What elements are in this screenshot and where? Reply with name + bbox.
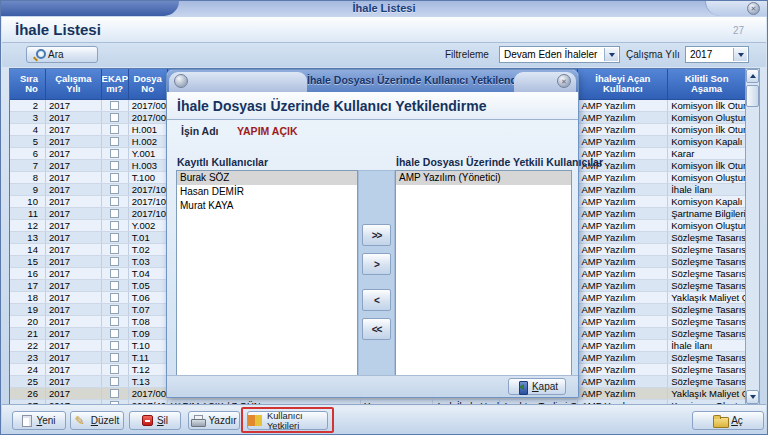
- ekap-checkbox[interactable]: [110, 269, 119, 278]
- ekap-checkbox[interactable]: [110, 173, 119, 182]
- cell-yil: 2017: [46, 364, 102, 375]
- move-all-right-button[interactable]: >>: [362, 224, 391, 246]
- pencil-icon: ✎: [75, 415, 87, 427]
- year-select[interactable]: 2017: [685, 46, 749, 63]
- ekap-checkbox-cell: [102, 352, 129, 363]
- filter-label: Filtreleme: [445, 49, 489, 60]
- scrollbar-thumb[interactable]: [746, 85, 759, 107]
- registered-users-listbox[interactable]: Burak SÖZHasan DEMİRMurat KAYA: [176, 170, 358, 377]
- cell-yil: 2017: [46, 136, 102, 147]
- cell-asama: Sözleşme Tasarısı: [668, 376, 745, 387]
- cell-asama: Komisyon İlk Oturumu: [668, 100, 745, 111]
- ekap-checkbox[interactable]: [110, 185, 119, 194]
- cell-asama: Komisyon Oluşturulması: [668, 172, 745, 183]
- ekap-checkbox[interactable]: [110, 329, 119, 338]
- window-close-button[interactable]: ✕: [747, 2, 760, 15]
- cell-yil: 2017: [46, 172, 102, 183]
- cell-dosya: T.13: [129, 376, 168, 387]
- ekap-checkbox-cell: [102, 124, 129, 135]
- ekap-checkbox[interactable]: [110, 197, 119, 206]
- ekap-checkbox[interactable]: [110, 113, 119, 122]
- cell-sira: 7: [10, 160, 46, 171]
- ekap-checkbox[interactable]: [110, 317, 119, 326]
- authorized-users-listbox[interactable]: AMP Yazılım (Yönetici): [395, 170, 572, 377]
- ekap-checkbox[interactable]: [110, 341, 119, 350]
- ekap-checkbox[interactable]: [110, 137, 119, 146]
- column-header-sira-no[interactable]: Sıra No: [10, 69, 46, 99]
- print-button[interactable]: Yazdır: [188, 411, 240, 430]
- move-left-button[interactable]: <: [362, 289, 391, 311]
- bottom-toolbar: Yeni ✎ Düzelt Sil Yazdır Kullanıcı Yetki…: [2, 404, 766, 433]
- cell-dosya: 2017/102: [129, 208, 168, 219]
- ekap-checkbox[interactable]: [110, 221, 119, 230]
- cell-yil: 2017: [46, 280, 102, 291]
- cell-asama: İhale İlanı: [668, 184, 745, 195]
- cell-acan: AMP Yazılım: [578, 304, 668, 315]
- ekap-checkbox[interactable]: [110, 257, 119, 266]
- scroll-down-icon[interactable]: [746, 390, 759, 404]
- cell-asama: Şartname Bilgileri: [668, 208, 745, 219]
- cell-dosya: 2017/001: [129, 388, 168, 399]
- scroll-up-icon[interactable]: [746, 69, 759, 83]
- table-vertical-scrollbar[interactable]: [745, 68, 760, 405]
- filter-select[interactable]: Devam Eden İhaleler: [499, 46, 620, 63]
- close-dialog-label: Kapat: [532, 381, 558, 392]
- cell-sira: 13: [10, 232, 46, 243]
- column-header-dosya-no[interactable]: Dosya No: [129, 69, 168, 99]
- cell-dosya: H.003: [129, 160, 168, 171]
- chevron-down-icon[interactable]: [733, 48, 747, 61]
- ekap-checkbox[interactable]: [110, 377, 119, 386]
- ekap-checkbox[interactable]: [110, 209, 119, 218]
- ekap-checkbox[interactable]: [110, 101, 119, 110]
- ekap-checkbox[interactable]: [110, 389, 119, 398]
- open-button[interactable]: Aç: [692, 411, 764, 430]
- cell-sira: 14: [10, 244, 46, 255]
- ekap-checkbox[interactable]: [110, 125, 119, 134]
- column-header-acan-kullanici[interactable]: İhaleyi Açan Kullanıcı: [578, 69, 668, 99]
- dialog-footer: Kapat: [167, 375, 578, 397]
- ekap-checkbox[interactable]: [110, 161, 119, 170]
- cell-dosya: T.09: [129, 328, 168, 339]
- dialog-close-button[interactable]: ✕: [557, 74, 571, 88]
- cell-sira: 16: [10, 268, 46, 279]
- move-all-left-button[interactable]: <<: [362, 318, 391, 340]
- column-header-ekap[interactable]: EKAP mı?: [102, 69, 129, 99]
- search-button[interactable]: Ara: [26, 46, 98, 63]
- dialog-title: İhale Dosyası Üzerinde Kullanıcı Yetkile…: [307, 74, 514, 86]
- ekap-checkbox[interactable]: [110, 281, 119, 290]
- cell-yil: 2017: [46, 352, 102, 363]
- cell-dosya: T.08: [129, 316, 168, 327]
- edit-button[interactable]: ✎ Düzelt: [70, 411, 124, 430]
- ekap-checkbox[interactable]: [110, 245, 119, 254]
- cell-sira: 23: [10, 352, 46, 363]
- record-count: 27: [733, 25, 744, 36]
- ekap-checkbox[interactable]: [110, 293, 119, 302]
- cell-dosya: T.06: [129, 292, 168, 303]
- move-right-button[interactable]: >: [362, 253, 391, 275]
- ekap-checkbox[interactable]: [110, 149, 119, 158]
- cell-sira: 9: [10, 184, 46, 195]
- list-item[interactable]: Murat KAYA: [177, 199, 357, 213]
- ekap-checkbox-cell: [102, 100, 129, 111]
- cell-acan: AMP Yazılım: [578, 256, 668, 267]
- user-permissions-button[interactable]: Kullanıcı Yetkileri: [247, 411, 328, 430]
- ekap-checkbox[interactable]: [110, 353, 119, 362]
- ekap-checkbox[interactable]: [110, 233, 119, 242]
- list-item[interactable]: Burak SÖZ: [177, 171, 357, 185]
- close-dialog-button[interactable]: Kapat: [508, 378, 566, 395]
- list-item[interactable]: AMP Yazılım (Yönetici): [396, 171, 571, 185]
- ekap-checkbox[interactable]: [110, 365, 119, 374]
- delete-button[interactable]: Sil: [129, 411, 181, 430]
- cell-sira: 12: [10, 220, 46, 231]
- list-item[interactable]: Hasan DEMİR: [177, 185, 357, 199]
- column-header-calisma-yili[interactable]: Çalışma Yılı: [46, 69, 102, 99]
- ekap-checkbox[interactable]: [110, 305, 119, 314]
- cell-yil: 2017: [46, 244, 102, 255]
- window-titlebar: İhale Listesi ✕: [1, 1, 767, 17]
- chevron-down-icon[interactable]: [604, 48, 618, 61]
- cell-yil: 2017: [46, 256, 102, 267]
- cell-asama: Sözleşme Tasarısı: [668, 364, 745, 375]
- column-header-kilitli-son-asama[interactable]: Kilitli Son Aşama: [668, 69, 745, 99]
- new-button[interactable]: Yeni: [12, 411, 66, 430]
- cell-acan: AMP Yazılım: [578, 316, 668, 327]
